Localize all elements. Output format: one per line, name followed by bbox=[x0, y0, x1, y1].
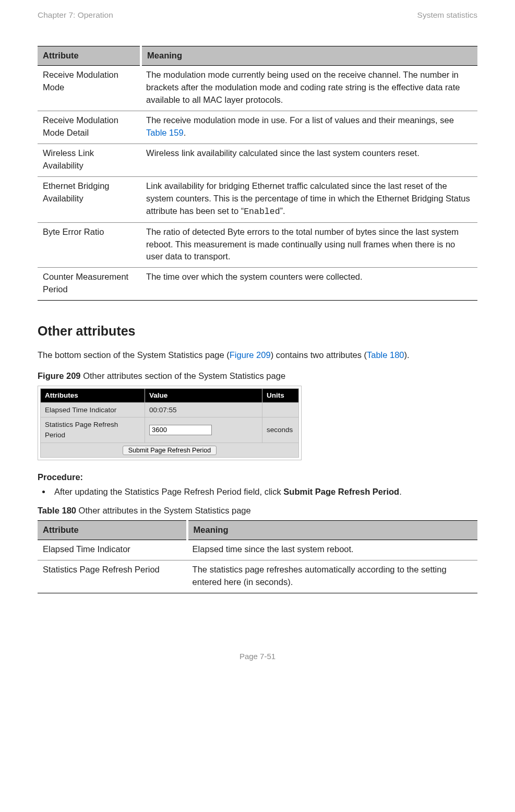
fig-value: 00:07:55 bbox=[145, 402, 262, 417]
fig-units bbox=[262, 402, 299, 417]
meaning-cell: Wireless link availability calculated si… bbox=[141, 144, 477, 177]
figure-label: Figure 209 bbox=[38, 371, 81, 380]
attr-cell: Statistics Page Refresh Period bbox=[38, 560, 187, 593]
attr-cell: Counter Measurement Period bbox=[38, 268, 141, 301]
meaning-cell: Link availability for bridging Ethernet … bbox=[141, 176, 477, 222]
figure-209: Attributes Value Units Elapsed Time Indi… bbox=[38, 386, 302, 460]
table-180: Attribute Meaning Elapsed Time Indicator… bbox=[38, 520, 477, 593]
fig-row: Statistics Page Refresh Period seconds bbox=[41, 417, 299, 443]
text: . bbox=[399, 487, 402, 496]
procedure-list: After updating the Statistics Page Refre… bbox=[38, 486, 477, 498]
meaning-cell: The receive modulation mode in use. For … bbox=[141, 111, 477, 144]
fig-button-cell: Submit Page Refresh Period bbox=[41, 443, 299, 458]
fig-button-row: Submit Page Refresh Period bbox=[41, 443, 299, 458]
table-row: Counter Measurement Period The time over… bbox=[38, 268, 477, 301]
submit-refresh-button[interactable]: Submit Page Refresh Period bbox=[123, 446, 217, 455]
fig-col-value: Value bbox=[145, 389, 262, 403]
figure-209-link[interactable]: Figure 209 bbox=[230, 350, 271, 360]
text: ) contains two attributes ( bbox=[271, 350, 367, 360]
text: Link availability for bridging Ethernet … bbox=[146, 181, 470, 216]
section-heading: Other attributes bbox=[38, 321, 477, 340]
table-180-label: Table 180 bbox=[38, 506, 76, 515]
attr-cell: Elapsed Time Indicator bbox=[38, 540, 187, 560]
attr-cell: Wireless Link Availability bbox=[38, 144, 141, 177]
figure-table: Attributes Value Units Elapsed Time Indi… bbox=[40, 388, 299, 458]
attributes-table: Attribute Meaning Receive Modulation Mod… bbox=[38, 46, 477, 301]
section-label: System statistics bbox=[417, 9, 477, 21]
table-row: Receive Modulation Mode Detail The recei… bbox=[38, 111, 477, 144]
chapter-label: Chapter 7: Operation bbox=[38, 9, 113, 21]
attr-cell: Byte Error Ratio bbox=[38, 222, 141, 268]
figure-caption: Figure 209 Other attributes section of t… bbox=[38, 370, 477, 383]
submit-bold: Submit Page Refresh Period bbox=[283, 487, 399, 496]
fig-attr: Elapsed Time Indicator bbox=[41, 402, 145, 417]
text: ”. bbox=[280, 206, 285, 216]
attr-cell: Receive Modulation Mode bbox=[38, 66, 141, 111]
attr-cell: Ethernet Bridging Availability bbox=[38, 176, 141, 222]
fig-row: Elapsed Time Indicator 00:07:55 bbox=[41, 402, 299, 417]
table-180-link[interactable]: Table 180 bbox=[367, 350, 404, 360]
col-header-meaning: Meaning bbox=[187, 520, 477, 540]
page-header: Chapter 7: Operation System statistics bbox=[38, 9, 477, 21]
procedure-label: Procedure: bbox=[38, 471, 477, 484]
table-180-caption-text: Other attributes in the System Statistic… bbox=[76, 506, 251, 515]
table-row: Byte Error Ratio The ratio of detected B… bbox=[38, 222, 477, 268]
figure-caption-text: Other attributes section of the System S… bbox=[81, 371, 286, 380]
table-row: Statistics Page Refresh Period The stati… bbox=[38, 560, 477, 593]
table-row: Ethernet Bridging Availability Link avai… bbox=[38, 176, 477, 222]
col-header-meaning: Meaning bbox=[141, 46, 477, 66]
table-row: Wireless Link Availability Wireless link… bbox=[38, 144, 477, 177]
procedure-item: After updating the Statistics Page Refre… bbox=[51, 486, 477, 498]
fig-col-attributes: Attributes bbox=[41, 389, 145, 403]
meaning-cell: The statistics page refreshes automatica… bbox=[187, 560, 477, 593]
text: ). bbox=[404, 350, 410, 360]
table-row: Receive Modulation Mode The modulation m… bbox=[38, 66, 477, 111]
intro-paragraph: The bottom section of the System Statist… bbox=[38, 349, 477, 362]
table-159-link[interactable]: Table 159 bbox=[146, 128, 184, 137]
text: The bottom section of the System Statist… bbox=[38, 350, 230, 360]
col-header-attribute: Attribute bbox=[38, 520, 187, 540]
enabled-code: Enabled bbox=[244, 207, 280, 217]
text: The receive modulation mode in use. For … bbox=[146, 115, 454, 125]
fig-attr: Statistics Page Refresh Period bbox=[41, 417, 145, 443]
attr-cell: Receive Modulation Mode Detail bbox=[38, 111, 141, 144]
fig-units: seconds bbox=[262, 417, 299, 443]
meaning-cell: The time over which the system counters … bbox=[141, 268, 477, 301]
meaning-cell: Elapsed time since the last system reboo… bbox=[187, 540, 477, 560]
col-header-attribute: Attribute bbox=[38, 46, 141, 66]
table-180-caption: Table 180 Other attributes in the System… bbox=[38, 505, 477, 517]
refresh-period-input[interactable] bbox=[149, 425, 212, 435]
table-row: Elapsed Time Indicator Elapsed time sinc… bbox=[38, 540, 477, 560]
text: . bbox=[184, 128, 186, 137]
fig-col-units: Units bbox=[262, 389, 299, 403]
meaning-cell: The modulation mode currently being used… bbox=[141, 66, 477, 111]
page-footer: Page 7-51 bbox=[38, 651, 477, 662]
meaning-cell: The ratio of detected Byte errors to the… bbox=[141, 222, 477, 268]
fig-value-cell bbox=[145, 417, 262, 443]
text: After updating the Statistics Page Refre… bbox=[54, 487, 283, 496]
